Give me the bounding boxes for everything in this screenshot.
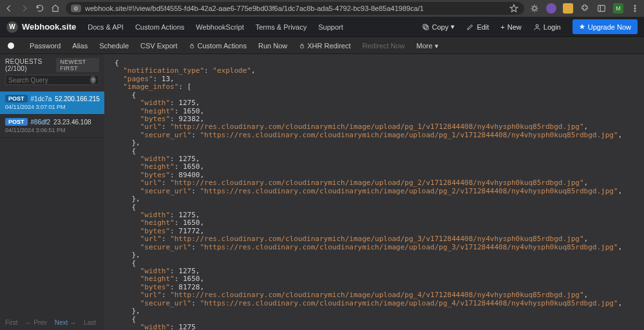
tool-run[interactable]: Run Now [258, 42, 287, 50]
extension-icon-3[interactable] [563, 3, 573, 14]
new-button[interactable]: + New [500, 23, 521, 31]
extension-icon-1[interactable] [529, 3, 540, 14]
page-last[interactable]: Last [84, 319, 96, 326]
request-body-panel: { "notification_type": "explode", "pages… [104, 54, 644, 330]
svg-point-2 [634, 5, 636, 6]
nav-docs[interactable]: Docs & API [88, 23, 124, 31]
help-icon[interactable]: ? [90, 76, 96, 84]
method-badge: POST [5, 95, 28, 102]
request-toolbar: Password Alias Schedule CSV Export Custo… [0, 37, 644, 54]
svg-rect-5 [424, 26, 428, 30]
page-first[interactable]: First [5, 319, 17, 326]
home-icon[interactable] [50, 3, 61, 14]
app-header: W Webhook.site Docs & API Custom Actions… [0, 17, 644, 37]
logo-icon: W [6, 21, 18, 33]
reload-icon[interactable] [35, 3, 45, 14]
nav-actions[interactable]: Custom Actions [135, 23, 184, 31]
upgrade-button[interactable]: ★ Upgrade Now [573, 19, 638, 34]
address-bar[interactable]: ⊘ webhook.site/#!/view/bd5f4555-fd4b-42a… [66, 2, 524, 15]
browser-toolbar: ⊘ webhook.site/#!/view/bd5f4555-fd4b-42a… [0, 0, 644, 17]
back-icon[interactable] [4, 3, 14, 14]
scheme-chip: ⊘ [71, 5, 81, 12]
extensions-menu-icon[interactable] [580, 3, 590, 14]
forward-icon[interactable] [19, 3, 30, 14]
tool-alias[interactable]: Alias [72, 42, 88, 50]
request-hash: #1dc7a [31, 95, 52, 102]
request-item[interactable]: POST #86df2 23.23.46.108 04/11/2024 3:06… [0, 115, 104, 138]
svg-rect-8 [191, 46, 194, 48]
svg-rect-1 [598, 5, 605, 11]
page-next[interactable]: Next → [55, 319, 76, 326]
svg-point-4 [634, 10, 636, 12]
request-ip: 23.23.46.108 [53, 119, 91, 126]
search-box[interactable]: ? [5, 75, 99, 85]
login-button[interactable]: Login [533, 23, 561, 31]
brand-logo[interactable]: W Webhook.site [6, 21, 76, 33]
search-input[interactable] [8, 77, 90, 84]
extension-icon-2[interactable] [546, 3, 556, 14]
bookmark-star-icon[interactable] [509, 3, 519, 14]
status-dot [8, 43, 14, 49]
request-time: 04/11/2024 3:06:51 PM [5, 127, 99, 133]
profile-avatar[interactable]: M [613, 3, 623, 14]
url-text: webhook.site/#!/view/bd5f4555-fd4b-42a2-… [85, 5, 424, 12]
tool-custom[interactable]: Custom Actions [189, 42, 246, 50]
method-badge: POST [5, 118, 28, 126]
nav-script[interactable]: WebhookScript [196, 23, 243, 31]
kebab-menu-icon[interactable] [630, 3, 640, 14]
tool-schedule[interactable]: Schedule [99, 42, 129, 50]
svg-point-0 [533, 6, 536, 10]
svg-rect-6 [423, 24, 427, 28]
nav-terms[interactable]: Terms & Privacy [256, 23, 307, 31]
tool-xhr[interactable]: XHR Redirect [299, 42, 350, 50]
tool-csv[interactable]: CSV Export [140, 42, 177, 50]
svg-rect-9 [301, 46, 304, 48]
page-prev[interactable]: ← Prev [25, 319, 46, 326]
edit-button[interactable]: Edit [466, 23, 489, 31]
svg-point-7 [536, 24, 538, 27]
brand-name: Webhook.site [22, 22, 76, 32]
tool-more[interactable]: More ▾ [417, 42, 439, 50]
tool-redirect: Redirect Now [363, 42, 405, 50]
request-time: 04/11/2024 3:07:01 PM [5, 104, 99, 110]
side-panel-icon[interactable] [596, 3, 607, 14]
requests-sidebar: REQUESTS (2/100) Newest First ? POST #1d… [0, 54, 104, 330]
requests-count: REQUESTS (2/100) [5, 58, 52, 72]
svg-point-3 [634, 8, 636, 9]
sort-chip[interactable]: Newest First [56, 58, 99, 72]
nav-support[interactable]: Support [318, 23, 343, 31]
request-item[interactable]: POST #1dc7a 52.200.166.215 04/11/2024 3:… [0, 92, 104, 115]
payload-json[interactable]: { "notification_type": "explode", "pages… [104, 54, 644, 330]
tool-password[interactable]: Password [30, 42, 61, 50]
request-ip: 52.200.166.215 [55, 95, 100, 102]
request-hash: #86df2 [31, 119, 51, 126]
copy-button[interactable]: Copy ▾ [422, 23, 455, 31]
